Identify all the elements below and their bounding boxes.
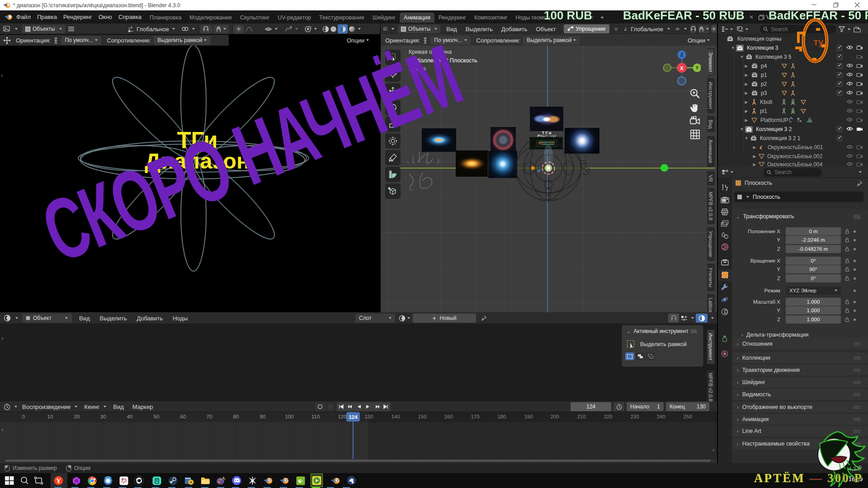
svg-text:Y: Y [56, 477, 61, 484]
svg-text:Y: Y [696, 66, 699, 70]
svg-text:Z: Z [680, 52, 683, 57]
svg-text:X: X [680, 66, 684, 71]
